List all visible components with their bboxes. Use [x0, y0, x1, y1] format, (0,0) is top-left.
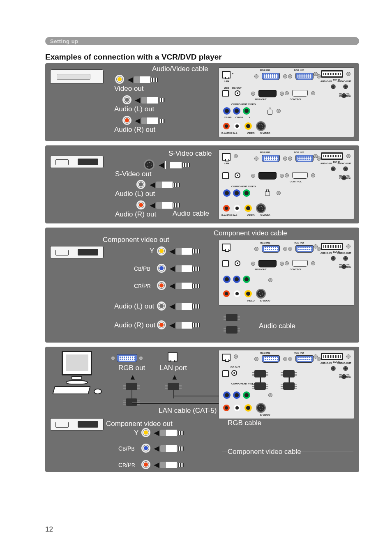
- cbpb-jack-icon: [141, 444, 150, 453]
- audio-l-label: Audio (L) out: [114, 105, 154, 113]
- rgb-cable-label: RGB cable: [228, 419, 261, 427]
- comp-out-label: Component video out: [103, 236, 169, 244]
- audio-r-label: Audio (R) out: [114, 321, 155, 329]
- up-arrow-icon: ▲: [171, 373, 178, 382]
- cbpb-jack-icon: [157, 264, 166, 273]
- audio-r-jack-icon: [157, 320, 166, 329]
- computer-icon: [50, 351, 104, 396]
- plug-icon: ◀: [153, 461, 184, 469]
- projector-panel-icon: ▾ LAN RGB IN1 RGB IN2 DVI-D USB DC OUT R…: [219, 67, 354, 137]
- ferrite-icon: [226, 326, 238, 334]
- lan-port-label: LAN port: [159, 364, 187, 372]
- audio-l-jack-icon: [136, 180, 145, 189]
- crpr-jack-icon: [141, 460, 150, 469]
- tab-title: Setting up: [50, 38, 78, 44]
- rgb-port-icon: [111, 354, 143, 362]
- plug-icon: ◀: [168, 302, 200, 310]
- page-heading: Examples of connection with a VCR/DVD pl…: [45, 53, 359, 62]
- audio-r-jack-icon: [122, 116, 131, 125]
- video-out-jack-icon: [115, 75, 124, 84]
- y-jack-icon: [157, 246, 166, 255]
- crpr-jack-icon: [157, 281, 166, 290]
- plug-icon: ◀: [134, 117, 165, 124]
- audio-l-label: Audio (L) out: [115, 190, 155, 198]
- plug-icon: ◀: [127, 76, 158, 83]
- y-label: Y: [134, 429, 138, 437]
- dvd-icon: [50, 156, 104, 168]
- svideo-jack-icon: [144, 159, 154, 170]
- cable-label: Audio/Video cable: [152, 65, 208, 73]
- lan-cable-label: LAN cable (CAT-5): [159, 407, 217, 415]
- audio-r-label: Audio (R) out: [115, 210, 156, 219]
- vcr-icon: [50, 69, 104, 84]
- comp-out-label: Component video out: [106, 420, 173, 428]
- video-out-label: Video out: [114, 85, 144, 93]
- projector-panel-icon: LAN RGB IN1 RGB IN2 DVI-D CONTROL AUDIO-…: [219, 150, 354, 219]
- plug-icon: ◀: [168, 247, 200, 255]
- cbpb-label: CB/PB: [118, 445, 134, 452]
- audio-r-jack-icon: [136, 200, 145, 209]
- diagram-section-1: Audio/Video cable ◀ Video out ◀ Audio (L…: [45, 63, 359, 141]
- audio-cable-label: Audio cable: [259, 322, 295, 330]
- ferrite-icon: [126, 383, 137, 390]
- crpr-label: CR/PR: [134, 283, 151, 289]
- y-label: Y: [150, 247, 154, 255]
- audio-cable-label: Audio cable: [173, 209, 209, 218]
- audio-l-label: Audio (L) out: [114, 302, 154, 311]
- rgb-out-label: RGB out: [118, 364, 145, 372]
- up-arrow-icon: ▲: [129, 373, 136, 382]
- plug-icon: ◀: [168, 265, 200, 272]
- dvd-icon: [50, 246, 104, 258]
- section-tab: Setting up: [45, 37, 359, 45]
- dvd-icon: [50, 418, 104, 430]
- ferrite-icon: [126, 398, 137, 406]
- diagram-section-3: Component video cable Component video ou…: [45, 228, 359, 343]
- audio-r-label: Audio (R) out: [114, 126, 155, 134]
- page-number: 12: [45, 525, 53, 534]
- svideo-cable-label: S-Video cable: [168, 150, 212, 158]
- audio-l-jack-icon: [157, 301, 166, 311]
- cbpb-label: CB/PB: [134, 265, 150, 272]
- plug-icon: ◀: [149, 201, 180, 209]
- ferrite-icon: [226, 314, 238, 321]
- ferrite-icon: [168, 383, 179, 390]
- projector-panel-icon: RGB IN1 RGB IN2 DVI-D DC OUT COMPONENT V…: [219, 350, 354, 419]
- plug-icon: ◀: [168, 321, 200, 329]
- projector-panel-icon: RGB IN1 RGB IN2 DVI-D RGB OUT CONTROL AU…: [219, 240, 354, 306]
- diagram-section-2: S-Video cable ◀ S-Video out ◀ Audio (L) …: [45, 145, 359, 223]
- svideo-out-label: S-Video out: [115, 170, 152, 178]
- comp-cable-label: Component video cable: [228, 448, 301, 456]
- plug-icon: ◀: [149, 181, 180, 189]
- audio-l-jack-icon: [122, 95, 131, 104]
- plug-icon: ◀: [153, 429, 184, 437]
- lan-port-icon: [168, 352, 178, 361]
- crpr-label: CR/PR: [118, 462, 135, 468]
- plug-icon: ◀: [168, 282, 200, 290]
- sv-plug-icon: ◀: [158, 161, 190, 169]
- plug-icon: ◀: [134, 96, 165, 104]
- y-jack-icon: [141, 428, 150, 437]
- plug-icon: ◀: [153, 444, 184, 452]
- comp-cable-label: Component video cable: [214, 229, 287, 237]
- diagram-section-4: RGB out LAN port ▲ ▲ LAN cable (CAT-5) C…: [45, 347, 359, 472]
